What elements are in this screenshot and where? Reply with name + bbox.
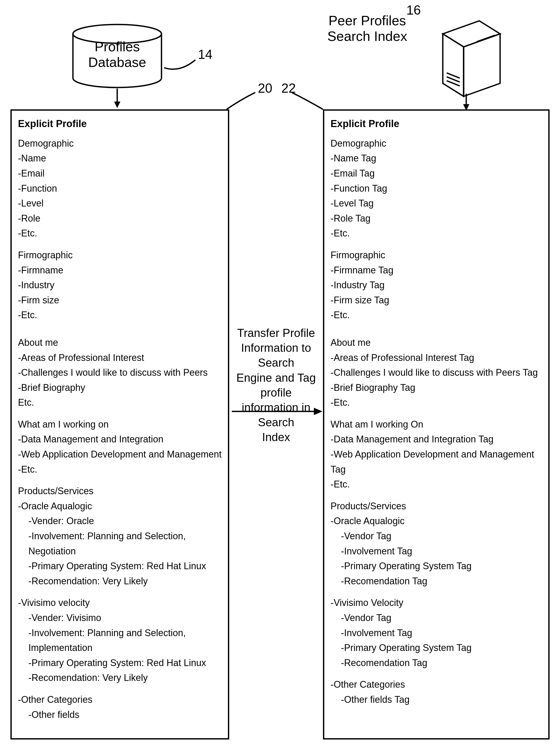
right-about-1: -Areas of Professional Interest Tag — [331, 350, 542, 365]
svg-marker-4 — [443, 34, 464, 96]
left-prod-a-1: -Vender: Oracle — [18, 514, 222, 528]
right-demo-head: Demographic — [331, 136, 542, 151]
ref-20: 20 — [258, 81, 273, 96]
right-prod-b-2: -Involvement Tag — [331, 626, 542, 640]
left-about-head: About me — [18, 335, 222, 350]
ref-22: 22 — [281, 81, 296, 96]
db-label-line2: Database — [78, 55, 156, 70]
left-work-1: -Data Management and Integration — [18, 432, 222, 447]
left-prod-a-name: -Oracle Aqualogic — [18, 499, 222, 514]
right-prod-a-4: -Recomendation Tag — [331, 574, 542, 589]
left-demo-head: Demographic — [18, 136, 222, 151]
left-firm-3: -Firm size — [18, 293, 222, 308]
right-prod-b-3: -Primary Operating System Tag — [331, 640, 542, 655]
left-demo-4: -Level — [18, 196, 222, 211]
left-prod-a-2: -Involvement: Planning and Selection, Ne… — [18, 528, 222, 558]
left-work-3: -Etc. — [18, 462, 222, 477]
right-firm-2: -Industry Tag — [331, 278, 542, 293]
server-icon — [427, 16, 505, 94]
right-title: Explicit Profile — [331, 116, 542, 132]
left-demo-5: -Role — [18, 211, 222, 226]
right-demo-2: -Email Tag — [331, 166, 542, 181]
ref-16: 16 — [406, 3, 421, 18]
left-firm-head: Firmographic — [18, 248, 222, 263]
leader-14 — [164, 57, 201, 76]
svg-line-9 — [477, 35, 495, 42]
left-about-4: Etc. — [18, 395, 222, 410]
left-about-3: -Brief Biography — [18, 380, 222, 395]
server-label-line2: Search Index — [313, 29, 422, 44]
database-label: Profiles Database — [78, 39, 156, 70]
left-prod-head: Products/Services — [18, 484, 222, 499]
leader-20 — [227, 90, 258, 111]
transfer-caption: Transfer Profile Information to Search E… — [230, 325, 322, 445]
right-firm-3: -Firm size Tag — [331, 293, 542, 308]
right-about-2: -Challenges I would like to discuss with… — [331, 365, 542, 380]
right-other-head: -Other Categories — [331, 677, 542, 692]
center-l1: Transfer Profile — [230, 325, 322, 340]
left-title: Explicit Profile — [18, 116, 222, 132]
left-prod-b-4: -Recomendation: Very Likely — [18, 670, 222, 685]
left-prod-a-3: -Primary Operating System: Red Hat Linux — [18, 558, 222, 574]
left-prod-b-3: -Primary Operating System: Red Hat Linux — [18, 655, 222, 670]
right-firm-4: -Etc. — [331, 308, 542, 323]
right-prod-a-name: -Oracle Aqualogic — [331, 514, 542, 528]
right-work-1: -Data Management and Integration Tag — [331, 432, 542, 447]
right-prod-a-3: -Primary Operating System Tag — [331, 558, 542, 574]
left-firm-4: -Etc. — [18, 308, 222, 323]
right-work-3: -Etc. — [331, 477, 542, 492]
left-firm-2: -Industry — [18, 278, 222, 293]
center-l5: Index — [230, 430, 322, 444]
center-l2: Information to Search — [230, 340, 322, 370]
svg-marker-5 — [464, 34, 500, 96]
right-prod-b-4: -Recomendation Tag — [331, 655, 542, 670]
arrow-db-to-panel — [112, 89, 122, 109]
left-other-1: -Other fields — [18, 707, 222, 722]
right-profile-panel: Explicit Profile Demographic -Name Tag -… — [323, 109, 550, 740]
right-firm-1: -Firmname Tag — [331, 263, 542, 278]
left-prod-a-4: -Recomendation: Very Likely — [18, 574, 222, 589]
right-other-1: -Other fields Tag — [331, 692, 542, 707]
right-firm-head: Firmographic — [331, 248, 542, 263]
right-demo-1: -Name Tag — [331, 151, 542, 166]
center-l3: Engine and Tag profile — [230, 370, 322, 400]
left-other-head: -Other Categories — [18, 692, 222, 707]
ref-14: 14 — [198, 47, 213, 62]
left-prod-b-2: -Involvement: Planning and Selection, Im… — [18, 626, 222, 655]
left-demo-1: -Name — [18, 151, 222, 166]
left-demo-2: -Email — [18, 166, 222, 181]
left-profile-panel: Explicit Profile Demographic -Name -Emai… — [10, 109, 229, 740]
svg-marker-13 — [314, 408, 323, 415]
server-label: Peer Profiles Search Index — [313, 13, 422, 44]
left-work-head: What am I working on — [18, 417, 222, 432]
right-about-4: -Etc. — [331, 395, 542, 410]
right-work-head: What am I working On — [331, 417, 542, 432]
svg-marker-3 — [443, 21, 500, 47]
right-prod-b-1: -Vendor Tag — [331, 610, 542, 626]
transfer-arrow — [232, 406, 323, 417]
right-prod-b-name: -Vivisimo Velocity — [331, 595, 542, 610]
left-demo-6: -Etc. — [18, 226, 222, 241]
right-work-2: -Web Application Development and Managem… — [331, 447, 542, 477]
server-label-line1: Peer Profiles — [313, 13, 422, 29]
right-prod-a-1: -Vendor Tag — [331, 528, 542, 544]
db-label-line1: Profiles — [78, 39, 156, 55]
left-work-2: -Web Application Development and Managem… — [18, 447, 222, 462]
left-prod-b-name: -Vivisimo velocity — [18, 595, 222, 610]
right-prod-head: Products/Services — [331, 499, 542, 514]
left-firm-1: -Firmname — [18, 263, 222, 278]
right-demo-6: -Etc. — [331, 226, 542, 241]
left-demo-3: -Function — [18, 181, 222, 196]
left-about-1: -Areas of Professional Interest — [18, 350, 222, 365]
right-about-3: -Brief Biography Tag — [331, 380, 542, 395]
svg-marker-2 — [114, 102, 120, 108]
right-demo-3: -Function Tag — [331, 181, 542, 196]
right-about-head: About me — [331, 335, 542, 350]
diagram-canvas: Profiles Database 14 Peer Profiles Searc… — [0, 0, 560, 746]
right-prod-a-2: -Involvement Tag — [331, 544, 542, 559]
right-demo-4: -Level Tag — [331, 196, 542, 211]
right-demo-5: -Role Tag — [331, 211, 542, 226]
left-prod-b-1: -Vender: Vivisimo — [18, 610, 222, 626]
left-about-2: -Challenges I would like to discuss with… — [18, 365, 222, 380]
